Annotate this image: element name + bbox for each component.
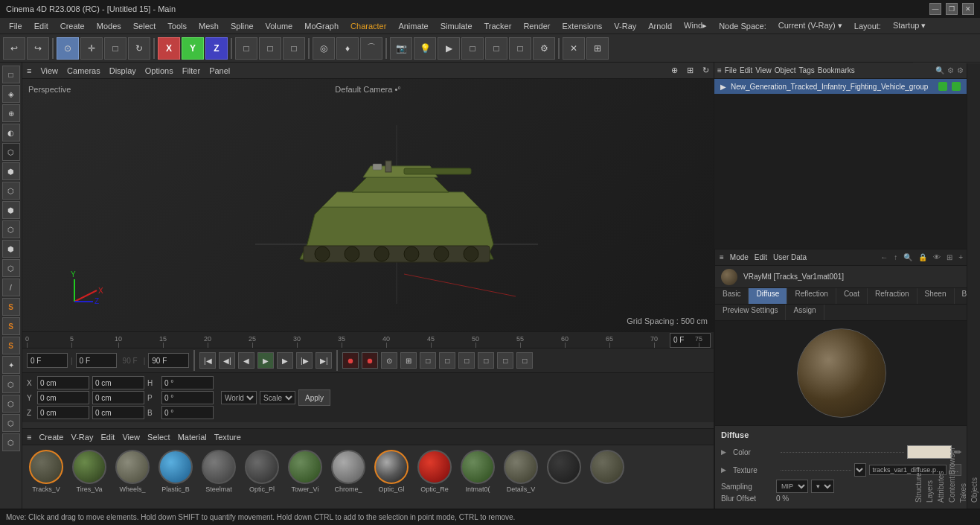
menu-vray[interactable]: V-Ray: [608, 20, 642, 32]
strip-tab-takes[interactable]: Takes: [958, 63, 969, 509]
object-mode-button[interactable]: □: [235, 37, 257, 60]
sidebar-s3-button[interactable]: S: [2, 337, 20, 354]
menu-nodespace-value[interactable]: Current (V-Ray) ▾: [772, 19, 848, 32]
tl-key-sel[interactable]: □: [420, 352, 436, 369]
strip-tab-attributes[interactable]: Attributes: [935, 63, 947, 509]
render-active[interactable]: □: [485, 37, 507, 60]
sidebar-tool3-button[interactable]: ⬡: [2, 259, 20, 277]
tl-key-point[interactable]: □: [516, 352, 533, 369]
light-button[interactable]: 💡: [414, 37, 436, 60]
vp-menu-view[interactable]: View: [40, 66, 58, 75]
objects-menu-object[interactable]: Object: [775, 66, 796, 74]
vp-icon-move[interactable]: ⊕: [671, 66, 678, 75]
sidebar-poly3-button[interactable]: ⬡: [2, 182, 20, 200]
sidebar-poly2-button[interactable]: ⬢: [2, 162, 20, 180]
menu-file[interactable]: File: [3, 20, 28, 32]
vp-icon-scale[interactable]: ⊞: [687, 66, 694, 75]
transform-z-pos[interactable]: [37, 406, 89, 419]
mat-menu-create[interactable]: Create: [39, 433, 63, 442]
spline-button[interactable]: ⌒: [360, 37, 382, 60]
mat-item-intmat[interactable]: Intmat0(: [458, 450, 497, 504]
attr-tab-basic[interactable]: Basic: [715, 288, 749, 304]
scale-dropdown[interactable]: Scale: [260, 391, 295, 404]
move-tool[interactable]: ✛: [80, 37, 103, 60]
vp-menu-display[interactable]: Display: [109, 66, 136, 75]
current-frame-input[interactable]: [670, 333, 711, 348]
tl-go-end[interactable]: ▶|: [316, 352, 332, 369]
select-tool[interactable]: ⊙: [57, 37, 79, 60]
render-settings[interactable]: ⚙: [533, 37, 555, 60]
sidebar-select-button[interactable]: ◈: [2, 85, 20, 103]
attr-tab-refraction[interactable]: Refraction: [868, 288, 917, 304]
mat-menu-view[interactable]: View: [122, 433, 140, 442]
edge-mode-button[interactable]: □: [259, 37, 281, 60]
menu-simulate[interactable]: Simulate: [435, 20, 478, 32]
render-to-po[interactable]: □: [461, 37, 484, 60]
axis-x-button[interactable]: X: [158, 37, 180, 60]
menu-wind[interactable]: Wind▸: [678, 19, 713, 32]
sidebar-star-button[interactable]: ✦: [2, 356, 20, 374]
tl-auto-key[interactable]: ⏺: [362, 352, 378, 369]
menu-tools[interactable]: Tools: [161, 20, 193, 32]
polygon-mode-button[interactable]: □: [283, 37, 305, 60]
mat-item-tracks[interactable]: Tracks_V: [27, 450, 65, 504]
menu-animate[interactable]: Animate: [392, 20, 434, 32]
attr-tab-diffuse[interactable]: Diffuse: [749, 288, 787, 304]
vp-menu-options[interactable]: Options: [145, 66, 173, 75]
attr-subtab-assign[interactable]: Assign: [786, 305, 824, 320]
tl-next-frame[interactable]: ▶: [277, 352, 293, 369]
sampling-select[interactable]: MIP: [776, 480, 808, 493]
vp-menu-toggle[interactable]: ≡: [27, 66, 31, 75]
mat-item-tires[interactable]: Tires_Va: [70, 450, 109, 504]
strip-tab-structure[interactable]: Structure: [913, 63, 924, 509]
sidebar-paint-button[interactable]: ◐: [2, 124, 20, 141]
objects-menu-toggle[interactable]: ≡: [717, 66, 722, 74]
sidebar-hex2-button[interactable]: ⬡: [2, 395, 20, 413]
transform-y-pos[interactable]: [37, 391, 89, 404]
tl-key-rot[interactable]: □: [478, 352, 494, 369]
menu-arnold[interactable]: Arnold: [642, 20, 678, 32]
diffuse-color-expand[interactable]: ▶: [721, 448, 730, 456]
axis-y-button[interactable]: Y: [182, 37, 204, 60]
transform-x-val[interactable]: [92, 376, 144, 389]
mat-menu-edit[interactable]: Edit: [100, 433, 115, 442]
viewport[interactable]: Perspective Default Camera •° Grid Spaci…: [22, 79, 714, 331]
tl-prev-key[interactable]: ◀|: [219, 352, 235, 369]
diffuse-texture-expand[interactable]: ▶: [721, 466, 730, 474]
menu-spline[interactable]: Spline: [225, 20, 260, 32]
tl-motion-clip[interactable]: ⊙: [381, 352, 397, 369]
point-button[interactable]: ◎: [313, 37, 335, 60]
sidebar-poly4-button[interactable]: ⬢: [2, 201, 20, 219]
mat-item-optic-gl[interactable]: Optic_Gl: [372, 450, 411, 504]
mat-item-mat2[interactable]: [545, 450, 583, 504]
objects-menu-edit[interactable]: Edit: [740, 66, 752, 74]
tl-prev-frame[interactable]: ◀: [238, 352, 254, 369]
tl-key-all[interactable]: ⊞: [400, 352, 417, 369]
transform-p-val[interactable]: [161, 391, 214, 404]
attr-subtab-preview[interactable]: Preview Settings: [715, 305, 786, 320]
apply-button[interactable]: Apply: [298, 389, 330, 406]
transform-y-val[interactable]: [92, 391, 144, 404]
tl-key-scale[interactable]: □: [458, 352, 475, 369]
frame-start-input[interactable]: 0 F: [27, 353, 68, 368]
world-dropdown[interactable]: World: [221, 391, 257, 404]
vp-icon-rotate[interactable]: ↻: [702, 66, 709, 75]
mat-menu-vray[interactable]: V-Ray: [71, 433, 93, 442]
sidebar-object-button[interactable]: □: [2, 66, 20, 83]
sidebar-add-button[interactable]: ⊕: [2, 104, 20, 122]
attr-tab-coat[interactable]: Coat: [836, 288, 868, 304]
close-button[interactable]: ✕: [962, 3, 974, 15]
transform-b-val[interactable]: [161, 406, 214, 419]
attr-back-icon[interactable]: ←: [880, 253, 888, 261]
mat-menu-select[interactable]: Select: [147, 433, 170, 442]
menu-render[interactable]: Render: [517, 20, 556, 32]
frame-end-input[interactable]: [148, 353, 189, 368]
sidebar-tool1-button[interactable]: ⬡: [2, 220, 20, 238]
tl-next-key[interactable]: |▶: [296, 352, 313, 369]
sidebar-hex1-button[interactable]: ⬡: [2, 375, 20, 393]
objects-menu-bookmarks[interactable]: Bookmarks: [818, 66, 855, 74]
transform-x-pos[interactable]: [37, 376, 89, 389]
tl-go-start[interactable]: |◀: [199, 352, 216, 369]
grid-button[interactable]: ⊞: [586, 37, 609, 60]
sidebar-s1-button[interactable]: S: [2, 298, 20, 316]
